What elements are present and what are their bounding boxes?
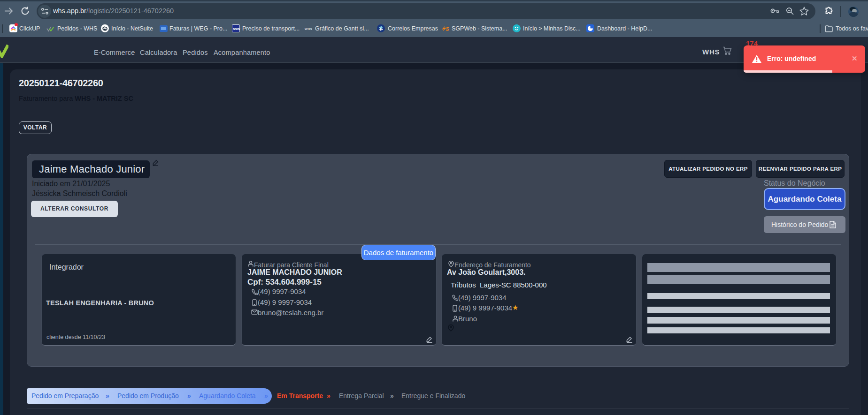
svg-text:5: 5: [446, 26, 449, 32]
